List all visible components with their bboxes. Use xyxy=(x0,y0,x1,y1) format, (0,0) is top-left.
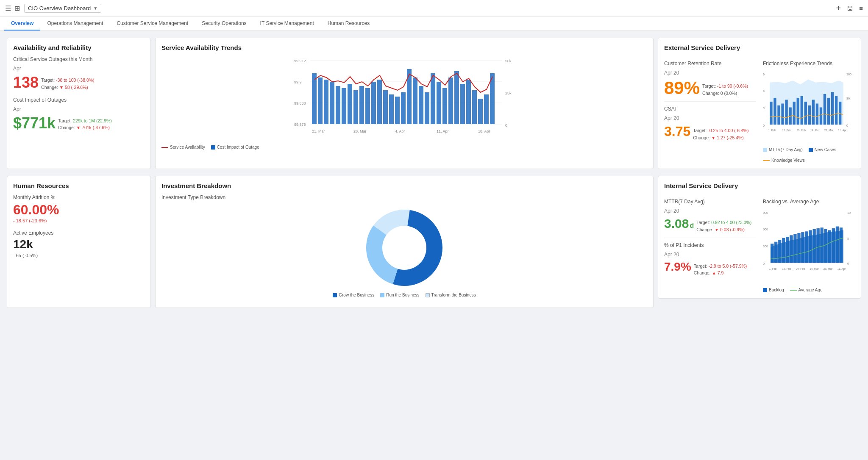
svg-rect-96 xyxy=(786,237,789,263)
bottom-sections: Human Resources Monthly Attrition % 60.0… xyxy=(7,176,861,308)
menu-icon[interactable]: ☰ xyxy=(5,4,11,12)
svg-text:160: 160 xyxy=(846,72,851,76)
cost-period: Apr xyxy=(13,106,145,112)
grid-icon[interactable]: ⊞ xyxy=(14,4,20,12)
svg-rect-55 xyxy=(770,102,772,125)
legend-grow: Grow the Business xyxy=(333,293,374,297)
outages-meta: Target: -38 to 100 (-38.0%) Change: ▼ 58… xyxy=(41,77,95,91)
svg-rect-72 xyxy=(835,96,837,125)
mttr-meta: Target: 0.92 to 4.00 (23.0%) Change: ▼ 0… xyxy=(696,219,751,233)
svg-rect-13 xyxy=(324,80,328,124)
top-bar-left-icons: ☰ ⊞ xyxy=(5,4,20,12)
svg-text:15. Feb: 15. Feb xyxy=(782,129,791,132)
top-bar-right-icons: + 🖫 ≡ xyxy=(836,3,863,13)
service-availability-chart: 99.912 99.9 99.888 99.876 50k 25k 0 xyxy=(161,56,647,141)
mttr-label: MTTR(7 Day Avg) xyxy=(664,199,756,205)
tab-operations-management[interactable]: Operations Management xyxy=(40,17,110,30)
outages-period: Apr xyxy=(13,66,145,72)
svg-rect-22 xyxy=(377,80,382,124)
employees-change: - 65 (-0.5%) xyxy=(13,253,145,258)
external-service-title: External Service Delivery xyxy=(664,44,855,51)
p1-label: % of P1 Incidents xyxy=(664,242,756,248)
investment-donut-chart xyxy=(362,205,447,290)
retention-label: Customer Retention Rate xyxy=(664,61,756,67)
legend-backlog: Backlog xyxy=(763,288,784,292)
csat-change-value: ▼ 1.27 (-25.4%) xyxy=(711,135,744,140)
svg-text:99.9: 99.9 xyxy=(294,80,302,84)
cost-value: $771k xyxy=(13,116,56,131)
svg-text:11. Apr: 11. Apr xyxy=(837,267,846,271)
frictionless-title: Frictionless Experience Trends xyxy=(763,61,855,67)
legend-transform: Transform the Business xyxy=(426,293,476,297)
legend-run-label: Run the Business xyxy=(386,293,419,297)
retention-value: 89% xyxy=(664,79,700,97)
add-icon[interactable]: + xyxy=(836,3,841,13)
save-icon[interactable]: 🖫 xyxy=(847,5,853,12)
svg-text:14. Mar: 14. Mar xyxy=(810,267,818,270)
legend-cost-impact: Cost Impact of Outage xyxy=(211,145,259,150)
internal-metrics-row: MTTR(7 Day Avg) Apr 20 3.08 d Target: 0.… xyxy=(664,194,855,292)
svg-rect-70 xyxy=(827,98,830,125)
investment-section: Investment Breakdown Investment Type Bre… xyxy=(155,176,654,308)
retention-target-value: -1 to 90 (-0.6%) xyxy=(717,83,748,89)
svg-rect-15 xyxy=(336,86,340,124)
legend-new-cases: New Cases xyxy=(809,147,836,152)
svg-rect-12 xyxy=(318,78,323,124)
p1-meta: Target: -2.9 to 5.0 (-57.9%) Change: ▲ 7… xyxy=(694,263,747,277)
svg-text:25k: 25k xyxy=(505,91,512,95)
svg-rect-95 xyxy=(782,238,785,263)
tab-human-resources[interactable]: Human Resources xyxy=(321,17,376,30)
legend-avg-age-icon xyxy=(790,290,797,291)
svg-rect-23 xyxy=(383,90,388,124)
outages-value: 138 xyxy=(13,75,39,90)
retention-period: Apr 20 xyxy=(664,70,756,76)
employees-value: 12k xyxy=(13,238,145,251)
svg-text:28. Mar: 28. Mar xyxy=(824,129,833,132)
svg-text:1. Feb: 1. Feb xyxy=(769,267,776,270)
tab-security-operations[interactable]: Security Operations xyxy=(195,17,253,30)
svg-text:99.888: 99.888 xyxy=(294,101,306,105)
mttr-target-value: 0.92 to 4.00 (23.0%) xyxy=(711,220,751,225)
main-content: Availability and Reliability Critical Se… xyxy=(0,31,868,315)
tab-overview[interactable]: Overview xyxy=(4,17,40,30)
svg-rect-105 xyxy=(821,227,823,263)
svg-text:10: 10 xyxy=(847,211,851,215)
svg-rect-97 xyxy=(790,235,793,263)
svg-text:600: 600 xyxy=(763,227,768,231)
outages-change-value: ▼ 58 (-29.6%) xyxy=(59,85,88,90)
svg-rect-14 xyxy=(330,82,334,124)
svg-rect-101 xyxy=(805,231,808,263)
svg-text:1. Feb: 1. Feb xyxy=(768,129,776,132)
legend-run-icon xyxy=(380,293,384,297)
svg-rect-29 xyxy=(419,86,423,124)
p1-kpi-row: 7.9% Target: -2.9 to 5.0 (-57.9%) Change… xyxy=(664,261,756,277)
svg-rect-106 xyxy=(824,229,827,263)
cost-change-label: Change: xyxy=(58,125,76,130)
svg-text:9: 9 xyxy=(763,72,765,76)
backlog-col: Backlog vs. Average Age 900 600 300 0 10… xyxy=(763,194,855,292)
svg-rect-92 xyxy=(771,244,773,263)
hr-title: Human Resources xyxy=(13,182,145,189)
frictionless-col: Frictionless Experience Trends 9 6 3 0 1… xyxy=(763,56,855,163)
external-metrics-row: Customer Retention Rate Apr 20 89% Targe… xyxy=(664,56,855,163)
attrition-value: 60.00% xyxy=(13,203,145,216)
retention-col: Customer Retention Rate Apr 20 89% Targe… xyxy=(664,56,756,163)
tab-customer-service-management[interactable]: Customer Service Management xyxy=(110,17,195,30)
svg-point-83 xyxy=(382,226,426,270)
svg-text:28. Mar: 28. Mar xyxy=(353,129,367,133)
cost-target-value: 229k to 1M (22.9%) xyxy=(73,118,112,123)
svg-rect-100 xyxy=(801,232,804,263)
svg-rect-39 xyxy=(478,99,483,124)
csat-period: Apr 20 xyxy=(664,115,756,121)
frictionless-chart: 9 6 3 0 160 80 0 xyxy=(763,67,855,144)
legend-run: Run the Business xyxy=(380,293,419,297)
settings-icon[interactable]: ≡ xyxy=(859,5,863,12)
outages-target-label: Target: xyxy=(41,78,56,83)
svg-rect-16 xyxy=(342,88,346,124)
dashboard-selector[interactable]: CIO Overview Dashboard ▼ xyxy=(24,4,101,13)
tab-it-service-management[interactable]: IT Service Management xyxy=(253,17,321,30)
svg-text:50k: 50k xyxy=(505,59,512,63)
outages-kpi-row: 138 Target: -38 to 100 (-38.0%) Change: … xyxy=(13,75,145,91)
cost-meta: Target: 229k to 1M (22.9%) Change: ▼ 701… xyxy=(58,117,112,132)
p1-target-label: Target: xyxy=(694,263,709,269)
